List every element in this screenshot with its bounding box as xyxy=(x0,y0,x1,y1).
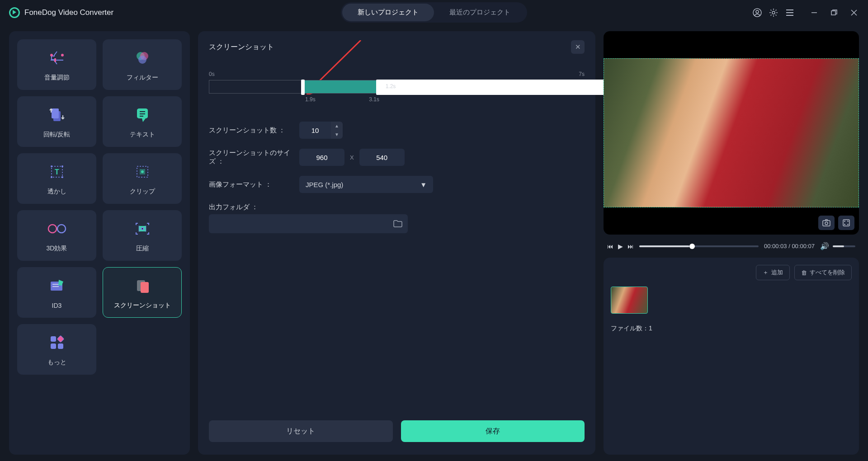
preview-frame xyxy=(604,58,859,207)
tool-label: 透かし xyxy=(47,188,66,196)
count-input[interactable] xyxy=(299,122,331,139)
svg-text:T: T xyxy=(55,168,59,176)
stepper-down[interactable]: ▼ xyxy=(331,130,343,139)
timeline-track[interactable]: 1.2s xyxy=(209,80,585,94)
minimize-button[interactable] xyxy=(809,8,819,18)
app-logo: FoneDog Video Converter xyxy=(9,7,113,18)
svg-rect-29 xyxy=(139,226,140,231)
timeline-selection xyxy=(303,80,378,93)
size-label: スクリーンショットのサイズ： xyxy=(209,149,299,166)
seek-fill xyxy=(639,245,689,247)
file-thumbnail[interactable] xyxy=(611,287,648,314)
tool-label: 圧縮 xyxy=(136,245,149,253)
timeline-handle-start[interactable] xyxy=(301,80,305,95)
add-file-button[interactable]: ＋追加 xyxy=(756,265,790,280)
save-button[interactable]: 保存 xyxy=(401,420,585,442)
svg-point-25 xyxy=(48,225,57,233)
svg-point-5 xyxy=(61,54,64,56)
account-icon[interactable] xyxy=(752,8,762,18)
window-controls xyxy=(809,8,859,18)
main: 音量調節 フィルター 回転/反転 テキスト T 透かし クリップ xyxy=(0,25,868,461)
tab-recent-project[interactable]: 最近のプロジェクト xyxy=(434,4,526,21)
tool-id3[interactable]: ID3 xyxy=(17,267,96,318)
svg-point-10 xyxy=(138,56,146,64)
svg-rect-36 xyxy=(51,336,56,342)
settings-panel: スクリーンショット ✕ 0s 7s 1.2s 1.9s 3.1s スクリーンショ… xyxy=(198,31,595,455)
settings-icon[interactable] xyxy=(769,8,778,18)
menu-icon[interactable] xyxy=(785,8,795,18)
timeline-end: 7s xyxy=(579,71,585,77)
svg-rect-42 xyxy=(823,221,830,226)
delete-all-button[interactable]: 🗑すべてを削除 xyxy=(794,265,852,280)
svg-rect-30 xyxy=(145,226,146,231)
folder-label: 出力フォルダ： xyxy=(209,203,585,212)
clip-icon xyxy=(132,161,153,182)
panel-close-button[interactable]: ✕ xyxy=(571,40,585,54)
3d-icon xyxy=(47,218,67,239)
id3-icon xyxy=(47,276,67,296)
trash-icon: 🗑 xyxy=(801,269,807,276)
playback-controls: ⏮ ▶ ⏭ 00:00:03 / 00:00:07 🔊 xyxy=(604,242,859,250)
tool-clip[interactable]: クリップ xyxy=(103,153,182,204)
svg-rect-39 xyxy=(58,343,63,349)
svg-rect-7 xyxy=(54,58,56,62)
tool-volume[interactable]: 音量調節 xyxy=(17,39,96,90)
svg-point-2 xyxy=(772,11,775,14)
transport: ⏮ ▶ ⏭ xyxy=(607,243,634,250)
svg-rect-15 xyxy=(140,116,143,117)
seek-bar[interactable] xyxy=(639,245,759,247)
svg-rect-32 xyxy=(52,284,59,285)
svg-point-4 xyxy=(50,54,53,56)
maximize-button[interactable] xyxy=(829,8,839,18)
right-column: ⏮ ▶ ⏭ 00:00:03 / 00:00:07 🔊 ＋追加 🗑すべてを削除 xyxy=(604,31,859,455)
tool-grid: 音量調節 フィルター 回転/反転 テキスト T 透かし クリップ xyxy=(17,39,182,375)
row-count: スクリーンショット数： ▲ ▼ xyxy=(209,122,585,139)
stepper-up[interactable]: ▲ xyxy=(331,122,343,130)
height-input[interactable] xyxy=(359,149,405,166)
svg-rect-33 xyxy=(52,286,59,287)
fullscreen-button[interactable] xyxy=(838,216,854,230)
tool-text[interactable]: テキスト xyxy=(103,96,182,147)
svg-point-18 xyxy=(51,165,52,167)
next-frame-button[interactable]: ⏭ xyxy=(627,243,634,250)
svg-rect-35 xyxy=(141,282,149,293)
tool-watermark[interactable]: T 透かし xyxy=(17,153,96,204)
tool-3d[interactable]: 3D効果 xyxy=(17,210,96,261)
timeline-handle-end[interactable] xyxy=(376,80,632,95)
more-icon xyxy=(47,332,67,353)
tool-sidebar: 音量調節 フィルター 回転/反転 テキスト T 透かし クリップ xyxy=(9,31,190,455)
time-current: 00:00:03 xyxy=(764,243,787,249)
project-tabs: 新しいプロジェクト 最近のプロジェクト xyxy=(341,2,527,23)
tool-filter[interactable]: フィルター xyxy=(103,39,182,90)
file-list-panel: ＋追加 🗑すべてを削除 ファイル数：1 xyxy=(604,258,859,455)
prev-frame-button[interactable]: ⏮ xyxy=(607,243,613,250)
format-select[interactable]: JPEG (*.jpg) ▼ xyxy=(299,176,433,193)
folder-browse-icon[interactable] xyxy=(393,220,402,227)
svg-point-43 xyxy=(825,222,828,225)
seek-thumb[interactable] xyxy=(689,244,695,249)
chevron-down-icon: ▼ xyxy=(420,181,427,188)
width-input[interactable] xyxy=(299,149,344,166)
filter-icon xyxy=(132,47,153,68)
format-value: JPEG (*.jpg) xyxy=(306,181,343,188)
tool-compress[interactable]: 圧縮 xyxy=(103,210,182,261)
tool-more[interactable]: もっと xyxy=(17,324,96,375)
tab-new-project[interactable]: 新しいプロジェクト xyxy=(342,4,434,21)
volume-slider[interactable] xyxy=(833,245,855,247)
svg-point-19 xyxy=(61,165,63,167)
folder-input[interactable] xyxy=(209,214,408,233)
svg-point-24 xyxy=(141,170,144,173)
tool-label: 音量調節 xyxy=(44,74,70,82)
rotate-icon xyxy=(47,104,67,125)
svg-rect-6 xyxy=(51,60,63,61)
svg-point-26 xyxy=(57,225,66,233)
svg-point-21 xyxy=(61,176,63,178)
snapshot-button[interactable] xyxy=(818,216,835,230)
reset-button[interactable]: リセット xyxy=(209,420,393,442)
close-button[interactable] xyxy=(849,8,859,18)
tool-screenshot[interactable]: スクリーンショット xyxy=(103,267,182,318)
volume-icon[interactable]: 🔊 xyxy=(820,242,829,250)
play-button[interactable]: ▶ xyxy=(618,243,623,250)
tool-rotate[interactable]: 回転/反転 xyxy=(17,96,96,147)
tick-start: 1.9s xyxy=(305,96,316,103)
